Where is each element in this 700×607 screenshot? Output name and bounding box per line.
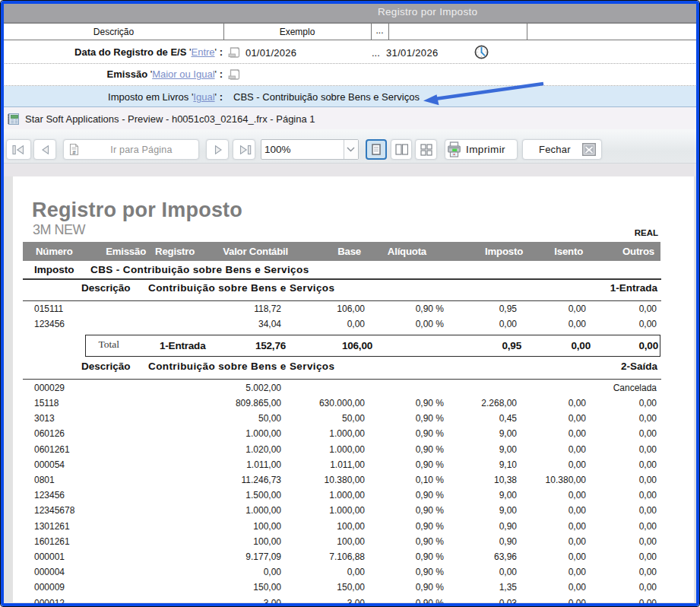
svg-text:#: #: [72, 149, 76, 156]
